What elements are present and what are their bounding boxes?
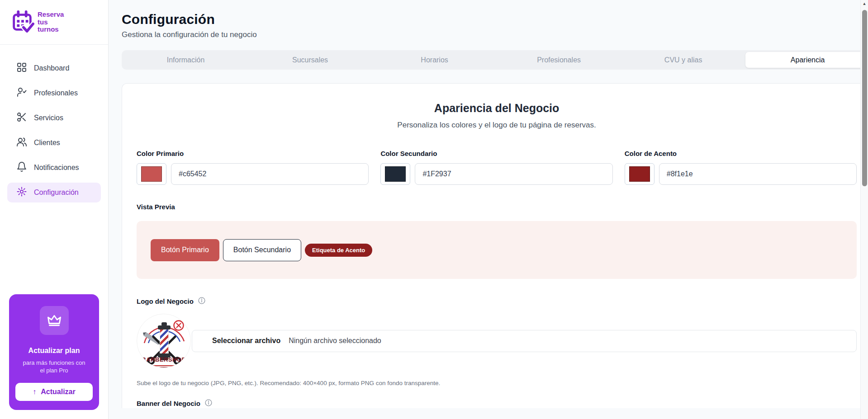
select-file-button[interactable]: Seleccionar archivo	[212, 337, 280, 345]
logo-image-text: BARBERSHOP	[137, 356, 190, 363]
user-check-icon	[16, 87, 27, 99]
tab-cvu-alias[interactable]: CVU y alias	[621, 52, 745, 68]
secondary-color-picker[interactable]	[380, 163, 410, 185]
tab-informacion[interactable]: Información	[123, 52, 248, 68]
field-label: Color Secundario	[380, 150, 612, 157]
logo-upload-row: BARBERSHOP Seleccionar archivo Ningún ar…	[137, 314, 857, 368]
app: Reserva tus turnos Dashboard Prof	[0, 0, 868, 419]
banner-label-text: Banner del Negocio	[137, 400, 200, 407]
scrollbar-up-arrow[interactable]: ▲	[861, 1, 868, 6]
accent-color-picker[interactable]	[625, 163, 655, 185]
sidebar-item-label: Clientes	[34, 139, 60, 147]
info-icon[interactable]	[204, 399, 213, 408]
sidebar-nav: Dashboard Profesionales Servicios	[0, 45, 108, 202]
preview-label: Vista Previa	[137, 203, 857, 211]
brand[interactable]: Reserva tus turnos	[0, 0, 108, 45]
sidebar-item-dashboard[interactable]: Dashboard	[7, 58, 101, 78]
preview-primary-button[interactable]: Botón Primario	[151, 239, 219, 261]
secondary-color-input[interactable]	[415, 163, 612, 185]
primary-color-swatch	[141, 166, 162, 182]
accent-color-swatch	[629, 166, 650, 182]
crown-icon	[47, 312, 62, 329]
sidebar-item-configuracion[interactable]: Configuración	[7, 183, 101, 202]
preview-box: Botón Primario Botón Secundario Etiqueta…	[137, 221, 857, 279]
sidebar-item-label: Servicios	[34, 114, 63, 122]
accent-color-input[interactable]	[659, 163, 857, 185]
crown-icon-box	[40, 306, 69, 335]
tab-sucursales[interactable]: Sucursales	[248, 52, 372, 68]
sidebar-item-label: Configuración	[34, 188, 79, 197]
tab-horarios[interactable]: Horarios	[372, 52, 497, 68]
page-title: Configuración	[122, 12, 868, 27]
page-subtitle: Gestiona la configuración de tu negocio	[122, 30, 868, 39]
upgrade-plan-card: Actualizar plan para más funciones con e…	[9, 294, 99, 410]
dashboard-icon	[16, 62, 27, 75]
sidebar-item-profesionales[interactable]: Profesionales	[7, 83, 101, 103]
calendar-check-logo-icon	[10, 9, 34, 35]
field-color-primario: Color Primario	[137, 150, 369, 185]
field-label: Color de Acento	[625, 150, 857, 157]
sidebar: Reserva tus turnos Dashboard Prof	[0, 0, 109, 419]
primary-color-picker[interactable]	[137, 163, 166, 185]
secondary-color-swatch	[385, 166, 406, 182]
field-label: Color Primario	[137, 150, 369, 157]
business-logo-image: BARBERSHOP	[137, 314, 191, 368]
users-icon	[16, 137, 27, 149]
card-title: Apariencia del Negocio	[137, 102, 857, 115]
upgrade-subtitle: para más funciones con el plan Pro	[20, 359, 88, 375]
upgrade-title: Actualizar plan	[15, 347, 93, 355]
main-content: Configuración Gestiona la configuración …	[109, 0, 868, 419]
card-subtitle: Personaliza los colores y el logo de tu …	[137, 121, 857, 130]
gear-icon	[16, 186, 27, 199]
logo-section-label: Logo del Negocio	[137, 297, 857, 306]
primary-color-input[interactable]	[171, 163, 369, 185]
upgrade-button-label: Actualizar	[41, 388, 75, 396]
sidebar-item-label: Dashboard	[34, 64, 69, 72]
tab-profesionales[interactable]: Profesionales	[497, 52, 621, 68]
logo-label-text: Logo del Negocio	[137, 297, 194, 305]
file-status-text: Ningún archivo seleccionado	[289, 337, 381, 345]
tab-apariencia[interactable]: Apariencia	[745, 52, 868, 68]
arrow-up-icon: ↑	[33, 388, 36, 396]
info-icon[interactable]	[198, 297, 206, 306]
scrollbar-thumb[interactable]	[862, 10, 867, 186]
bell-icon	[16, 161, 27, 174]
sidebar-item-label: Profesionales	[34, 89, 78, 97]
logo-help-text: Sube el logo de tu negocio (JPG, PNG, et…	[137, 380, 857, 386]
sidebar-item-notificaciones[interactable]: Notificaciones	[7, 158, 101, 178]
sidebar-item-clientes[interactable]: Clientes	[7, 133, 101, 153]
field-color-acento: Color de Acento	[625, 150, 857, 185]
upgrade-button[interactable]: ↑ Actualizar	[15, 383, 93, 401]
banner-section-label: Banner del Negocio	[137, 399, 857, 408]
settings-tabbar: Información Sucursales Horarios Profesio…	[122, 50, 868, 70]
scissors-icon	[16, 112, 27, 124]
appearance-card: Apariencia del Negocio Personaliza los c…	[122, 83, 868, 408]
field-color-secundario: Color Secundario	[380, 150, 612, 185]
vertical-scrollbar: ▲	[860, 0, 868, 419]
preview-accent-badge: Etiqueta de Acento	[305, 244, 372, 257]
sidebar-item-label: Notificaciones	[34, 164, 79, 172]
logo-file-input[interactable]: Seleccionar archivo Ningún archivo selec…	[192, 330, 857, 352]
sidebar-item-servicios[interactable]: Servicios	[7, 108, 101, 128]
preview-secondary-button[interactable]: Botón Secundario	[223, 239, 301, 261]
color-fields: Color Primario Color Secundario	[137, 150, 857, 185]
brand-name: Reserva tus turnos	[38, 11, 66, 33]
